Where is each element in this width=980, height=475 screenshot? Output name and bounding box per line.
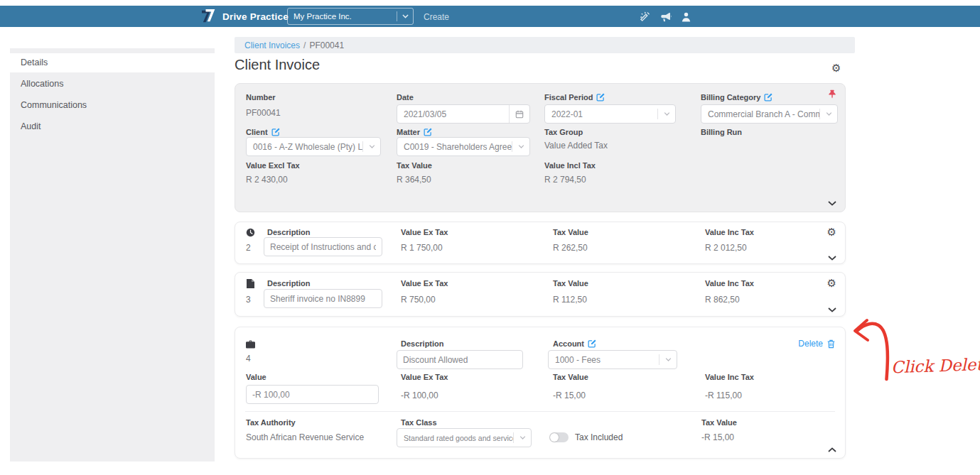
tax-value-label: Tax Value (397, 161, 432, 170)
value-ex-tax-label: Value Ex Tax (401, 228, 448, 236)
magic-wand-icon[interactable] (640, 11, 650, 25)
fiscal-period-label: Fiscal Period (544, 93, 605, 102)
chevron-down-icon (659, 354, 677, 365)
breadcrumb-link-client-invoices[interactable]: Client Invoices (244, 40, 300, 50)
annotation-text: Click Delete (891, 355, 980, 377)
tax-included-label: Tax Included (575, 432, 623, 442)
tax-authority-label: Tax Authority (246, 418, 296, 427)
value-inc-tax: R 862,50 (705, 295, 740, 305)
drive-practice-logo-icon (201, 9, 218, 27)
account-select[interactable]: 1000 - Fees (548, 350, 677, 369)
tax-value-label: Tax Value (701, 418, 737, 427)
clock-icon (246, 227, 255, 240)
row-number: 2 (246, 243, 251, 253)
app-window: Drive Practice My Practice Inc. Create D… (0, 0, 980, 475)
edit-icon (764, 93, 772, 102)
sidebar-item-details[interactable]: Details (10, 53, 215, 72)
document-icon (247, 278, 254, 291)
value-inc-tax: R 2 012,50 (705, 243, 747, 253)
line-item-card-3: Description Value Ex Tax Tax Value Value… (235, 272, 846, 317)
edit-icon (424, 128, 432, 136)
briefcase-icon (246, 339, 255, 351)
sidebar-item-audit[interactable]: Audit (10, 117, 215, 136)
value-label: Value (246, 373, 266, 381)
value-ex-tax: R 750,00 (401, 295, 436, 305)
tax-value: -R 15,00 (553, 391, 586, 400)
edit-icon (596, 93, 605, 102)
tax-class-select[interactable]: Standard rated goods and services -... (397, 428, 532, 447)
matter-select[interactable]: C0019 - Shareholders Agreement: A... (397, 137, 530, 156)
annotation-arrow (846, 315, 897, 382)
fiscal-period-select[interactable]: 2022-01 (544, 104, 676, 124)
edit-icon (588, 339, 596, 348)
tax-included-toggle[interactable] (549, 432, 569, 442)
value-inc-tax-label: Value Inc Tax (705, 228, 754, 236)
tax-class-label: Tax Class (401, 418, 437, 427)
value-ex-tax-label: Value Ex Tax (401, 373, 448, 381)
billing-run-label: Billing Run (701, 128, 742, 136)
tax-value-label: Tax Value (553, 373, 588, 381)
tax-group-label: Tax Group (544, 128, 583, 136)
trash-icon (827, 339, 835, 349)
collapse-chevron-up-icon[interactable] (828, 447, 836, 452)
sidebar-item-allocations[interactable]: Allocations (10, 75, 215, 94)
tax-value-label: Tax Value (553, 279, 588, 288)
chevron-down-icon (512, 141, 529, 152)
value-ex-tax: R 1 750,00 (401, 243, 443, 253)
number-label: Number (246, 93, 276, 102)
value-ex-tax: -R 100,00 (401, 391, 438, 400)
date-input[interactable]: 2021/03/05 (397, 104, 530, 124)
user-icon[interactable] (682, 12, 691, 25)
chevron-down-icon (819, 109, 837, 119)
practice-selector-value: My Practice Inc. (288, 12, 397, 21)
description-input[interactable] (264, 237, 382, 256)
section-divider (245, 411, 835, 412)
billing-category-label: Billing Category (701, 93, 772, 102)
value-ex-tax-label: Value Ex Tax (401, 279, 448, 288)
tax-value: R 112,50 (553, 295, 587, 305)
tax-value-label: Tax Value (553, 228, 588, 236)
chevron-down-icon (397, 11, 413, 21)
chevron-down-icon (513, 432, 531, 443)
page-settings-gear-icon[interactable]: ⚙ (831, 63, 841, 74)
sidebar-item-communications[interactable]: Communications (10, 96, 215, 115)
adjustment-item-card: 4 Description Account 1000 - Fees Delete… (235, 327, 846, 459)
collapse-chevron-down-icon[interactable] (828, 201, 836, 206)
tax-value: R 262,50 (553, 243, 588, 253)
account-label: Account (553, 339, 596, 348)
value-inc-tax-label: Value Inc Tax (705, 373, 754, 381)
row-number: 4 (246, 354, 251, 364)
tax-authority-value: South African Revenue Service (246, 432, 364, 442)
chevron-down-icon (657, 109, 675, 119)
pin-icon[interactable] (828, 89, 836, 102)
top-navbar: Drive Practice My Practice Inc. Create (0, 6, 980, 27)
billing-category-select[interactable]: Commercial Branch A - Commercial ... (701, 104, 838, 124)
matter-label: Matter (397, 128, 432, 136)
breadcrumb: Client Invoices / PF00041 (235, 37, 855, 53)
description-input[interactable] (397, 350, 523, 369)
practice-selector[interactable]: My Practice Inc. (287, 8, 414, 25)
line-item-card-2: Description Value Ex Tax Tax Value Value… (235, 222, 846, 264)
value-excl-tax-label: Value Excl Tax (246, 161, 300, 170)
item-settings-gear-icon[interactable]: ⚙ (827, 227, 836, 238)
tax-value: -R 15,00 (701, 432, 734, 442)
collapse-chevron-down-icon[interactable] (828, 307, 836, 312)
value-input[interactable] (246, 385, 379, 404)
megaphone-icon[interactable] (660, 12, 672, 25)
client-select[interactable]: 0016 - A-Z Wholesale (Pty) Ltd (246, 137, 381, 156)
create-menu[interactable]: Create (424, 12, 449, 22)
sidebar: Details Allocations Communications Audit (10, 48, 215, 462)
calendar-icon[interactable] (509, 105, 529, 123)
description-input[interactable] (264, 289, 382, 308)
tax-value: R 364,50 (397, 175, 431, 185)
description-label: Description (267, 279, 311, 288)
tax-group-value: Value Added Tax (544, 141, 608, 151)
value-excl-tax: R 2 430,00 (246, 175, 288, 185)
date-label: Date (397, 93, 414, 102)
collapse-chevron-down-icon[interactable] (828, 256, 836, 261)
breadcrumb-current: PF00041 (309, 40, 344, 50)
delete-button[interactable]: Delete (798, 339, 835, 349)
edit-icon (271, 128, 280, 136)
invoice-number-value: PF00041 (246, 108, 281, 118)
item-settings-gear-icon[interactable]: ⚙ (827, 278, 836, 289)
